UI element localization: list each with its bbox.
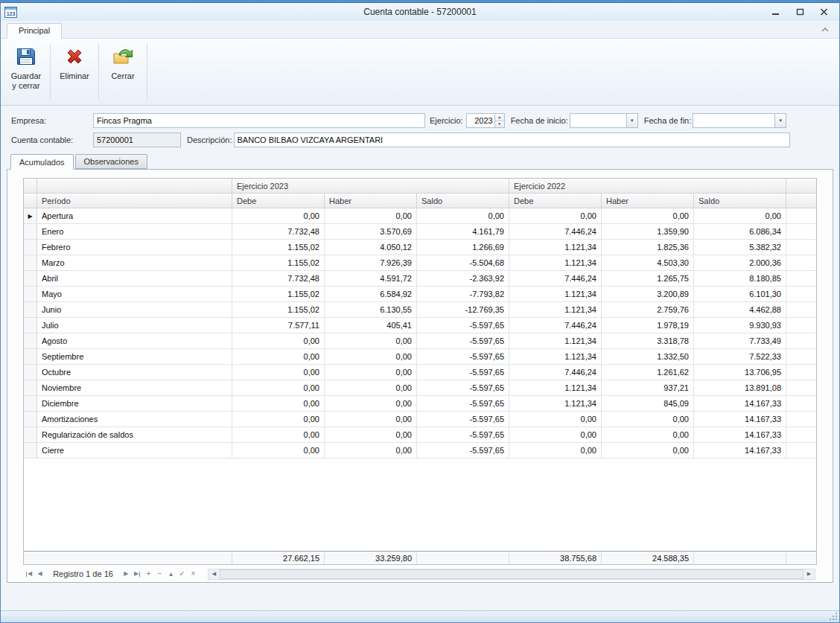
amount-cell: 6.086,34 <box>694 224 786 240</box>
nav-first-button[interactable]: ◀ <box>23 568 34 580</box>
table-row[interactable]: Diciembre0,000,00-5.597,651.121,34845,09… <box>24 396 816 412</box>
table-row[interactable]: Septiembre0,000,00-5.597,651.121,341.332… <box>24 349 816 365</box>
maximize-button[interactable] <box>793 7 806 18</box>
band-ejercicio-2023[interactable]: Ejercicio 2023 <box>232 179 509 194</box>
ribbon-collapse-button[interactable] <box>821 28 829 32</box>
empresa-input[interactable] <box>94 114 424 127</box>
amount-cell: 7.522,33 <box>694 349 786 365</box>
amount-cell: 14.167,33 <box>694 427 786 443</box>
column-header-debe-2022[interactable]: Debe <box>509 194 602 208</box>
nav-last-button[interactable]: ▶ <box>132 568 143 580</box>
bar-glyph <box>139 572 140 577</box>
titlebar[interactable]: Cuenta contable - 57200001 123 <box>1 3 839 21</box>
column-header-saldo-2023[interactable]: Saldo <box>417 194 509 208</box>
scroll-right-icon: ▶ <box>807 571 811 577</box>
amount-cell: 0,00 <box>232 396 325 412</box>
period-cell: Marzo <box>37 255 232 271</box>
nav-cancel-button[interactable]: × <box>188 568 199 580</box>
scrollbar-track[interactable] <box>220 569 804 579</box>
minimize-button[interactable] <box>769 7 783 18</box>
cuenta-contable-field[interactable] <box>93 132 181 147</box>
band-ejercicio-2022[interactable]: Ejercicio 2022 <box>509 179 786 194</box>
summary-debe-2022: 38.755,68 <box>509 552 602 564</box>
amount-cell: -5.597,65 <box>417 443 509 459</box>
amount-cell: -2.363,92 <box>417 271 509 287</box>
descripcion-input[interactable] <box>235 133 789 147</box>
nav-next-button[interactable]: ▶ <box>121 568 132 580</box>
eliminar-button[interactable]: Eliminar <box>55 40 94 103</box>
cuenta-contable-input[interactable] <box>94 133 180 147</box>
table-row[interactable]: Junio1.155,026.130,55-12.769,351.121,342… <box>24 302 816 318</box>
close-button[interactable] <box>817 7 830 18</box>
ejercicio-spinner[interactable]: ▲ ▼ <box>466 113 505 128</box>
ribbon-tab-bar: Principal <box>1 21 839 39</box>
column-header-periodo[interactable]: Período <box>37 194 232 208</box>
app-icon: 123 <box>4 7 17 18</box>
amount-cell: 13.706,95 <box>694 365 786 380</box>
table-row[interactable]: Octubre0,000,00-5.597,657.446,241.261,62… <box>24 365 816 380</box>
ribbon-toolbar: Guardar y cerrar Eliminar <box>1 39 839 106</box>
fecha-fin-input[interactable] <box>693 114 774 127</box>
ribbon-tab-principal[interactable]: Principal <box>7 23 62 39</box>
table-row[interactable]: Amortizaciones0,000,00-5.597,650,000,001… <box>24 412 816 427</box>
save-icon <box>14 45 38 68</box>
nav-edit-button[interactable]: ▴ <box>165 568 176 580</box>
column-header-saldo-2022[interactable]: Saldo <box>694 194 786 208</box>
table-row[interactable]: Enero7.732,483.570,694.161,797.446,241.3… <box>24 224 816 240</box>
resize-grip-icon[interactable] <box>829 612 838 621</box>
nav-delete-button[interactable]: − <box>154 568 165 580</box>
table-row[interactable]: Febrero1.155,024.050,121.266,691.121,341… <box>24 240 816 255</box>
table-row[interactable]: Regularización de saldos0,000,00-5.597,6… <box>24 427 816 443</box>
fecha-fin-field[interactable]: ▼ <box>693 113 786 128</box>
summary-haber-2023: 33.259,80 <box>325 552 417 564</box>
table-row[interactable]: Cierre0,000,00-5.597,650,000,0014.167,33 <box>24 443 816 459</box>
summary-row: 27.662,15 33.259,80 38.755,68 24.588,35 <box>24 551 816 564</box>
cerrar-button[interactable]: Cerrar <box>104 40 142 103</box>
table-row[interactable]: Julio7.577,11405,41-5.597,657.446,241.97… <box>24 318 816 333</box>
horizontal-scrollbar[interactable]: ◀ ▶ <box>208 569 815 580</box>
ejercicio-input[interactable] <box>467 114 494 127</box>
table-row[interactable]: ▶Apertura0,000,000,000,000,000,00 <box>24 208 816 224</box>
empresa-field[interactable] <box>93 113 425 128</box>
fecha-inicio-input[interactable] <box>570 114 626 127</box>
fecha-inicio-dropdown-button[interactable]: ▼ <box>626 114 637 127</box>
spin-down-button[interactable]: ▼ <box>495 121 504 128</box>
column-header-debe-2023[interactable]: Debe <box>232 194 325 208</box>
fecha-fin-dropdown-button[interactable]: ▼ <box>774 114 786 127</box>
tab-acumulados[interactable]: Acumulados <box>10 154 74 170</box>
filler-cell <box>786 318 816 333</box>
scroll-right-button[interactable]: ▶ <box>804 569 815 579</box>
descripcion-field[interactable] <box>234 132 790 147</box>
spin-up-button[interactable]: ▲ <box>495 114 504 121</box>
filler-cell <box>786 365 816 380</box>
scrollbar-thumb[interactable] <box>220 569 804 579</box>
nav-prev-button[interactable]: ◀ <box>34 568 45 580</box>
period-cell: Regularización de saldos <box>37 427 232 443</box>
table-row[interactable]: Noviembre0,000,00-5.597,651.121,34937,21… <box>24 380 816 396</box>
filler-cell <box>786 412 816 427</box>
delete-record-icon: − <box>158 570 162 578</box>
amount-cell: 0,00 <box>325 396 417 412</box>
row-indicator <box>24 302 37 318</box>
column-header-haber-2022[interactable]: Haber <box>602 194 694 208</box>
table-row[interactable]: Agosto0,000,00-5.597,651.121,343.318,787… <box>24 333 816 349</box>
table-row[interactable]: Marzo1.155,027.926,39-5.504,681.121,344.… <box>24 255 816 271</box>
amount-cell: -5.597,65 <box>417 412 509 427</box>
row-indicator <box>24 349 37 365</box>
table-row[interactable]: Mayo1.155,026.584,92-7.793,821.121,343.2… <box>24 287 816 302</box>
scroll-left-button[interactable]: ◀ <box>209 569 220 579</box>
toolbar-separator <box>50 43 51 99</box>
nav-post-button[interactable]: ✓ <box>176 568 188 580</box>
table-row[interactable]: Abril7.732,484.591,72-2.363,927.446,241.… <box>24 271 816 287</box>
nav-append-button[interactable]: + <box>143 568 154 580</box>
tab-observaciones[interactable]: Observaciones <box>75 154 147 169</box>
fecha-inicio-field[interactable]: ▼ <box>570 113 638 128</box>
period-cell: Cierre <box>37 443 232 459</box>
amount-cell: 1.265,75 <box>602 271 694 287</box>
chevron-down-icon: ▼ <box>778 118 783 123</box>
cuenta-contable-label: Cuenta contable: <box>11 135 93 144</box>
filler-cell <box>786 255 816 271</box>
column-header-haber-2023[interactable]: Haber <box>325 194 417 208</box>
append-record-icon: + <box>147 570 151 578</box>
guardar-y-cerrar-button[interactable]: Guardar y cerrar <box>7 40 45 103</box>
